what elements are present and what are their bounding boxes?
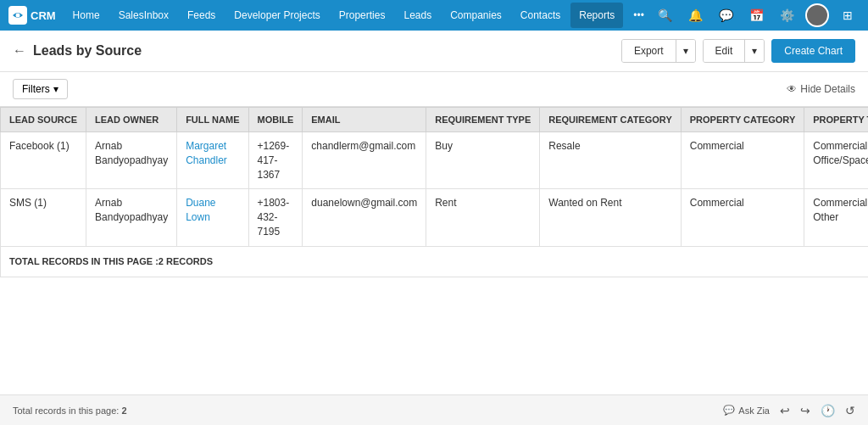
nav-companies[interactable]: Companies	[442, 3, 510, 28]
col-req-type: REQUIREMENT TYPE	[426, 108, 540, 132]
table-container: LEAD SOURCE LEAD OWNER FULL NAME MOBILE …	[0, 107, 868, 394]
svg-point-0	[16, 14, 20, 18]
filter-dropdown-icon: ▾	[53, 83, 58, 95]
cell-prop-category-2: Commercial	[681, 189, 804, 246]
total-records-count: 2	[121, 405, 126, 416]
edit-button[interactable]: Edit	[704, 40, 745, 62]
refresh-icon[interactable]: ↺	[845, 404, 855, 417]
nav-more[interactable]: •••	[625, 3, 653, 28]
calendar-icon[interactable]: 📅	[744, 3, 768, 27]
app-logo[interactable]: CRM	[8, 6, 56, 25]
bottom-right-controls: 💬 Ask Zia ↩ ↪ 🕐 ↺	[723, 404, 855, 417]
total-records-info: Total records in this page: 2	[13, 405, 127, 416]
table-header-row: LEAD SOURCE LEAD OWNER FULL NAME MOBILE …	[1, 108, 869, 132]
cell-full-name-1[interactable]: Margaret Chandler	[177, 132, 248, 189]
bell-icon[interactable]: 🔔	[683, 3, 707, 27]
edit-dropdown-button[interactable]: ▾	[744, 40, 764, 62]
logo-icon	[8, 6, 27, 25]
clock-icon[interactable]: 🕐	[821, 404, 835, 417]
col-prop-type: PROPERTY TYPE	[804, 108, 868, 132]
cell-mobile-2: +1803-432-7195	[248, 189, 303, 246]
col-prop-category: PROPERTY CATEGORY	[681, 108, 804, 132]
cell-req-category-1: Resale	[540, 132, 681, 189]
hide-details-label: Hide Details	[800, 83, 855, 95]
redo-icon[interactable]: ↪	[800, 404, 810, 417]
filter-label: Filters	[22, 83, 50, 95]
cell-req-category-2: Wanted on Rent	[540, 189, 681, 246]
table-row: SMS (1) Arnab Bandyopadhyay Duane Lown +…	[1, 189, 869, 246]
edit-button-group: Edit ▾	[703, 39, 765, 63]
bottom-bar: Total records in this page: 2 💬 Ask Zia …	[0, 394, 868, 425]
user-avatar[interactable]	[805, 3, 829, 27]
nav-items: Home SalesInbox Feeds Developer Projects…	[64, 3, 653, 28]
cell-req-type-2: Rent	[426, 189, 540, 246]
cell-lead-source-2: SMS (1)	[1, 189, 86, 246]
nav-properties[interactable]: Properties	[331, 3, 394, 28]
nav-developer-projects[interactable]: Developer Projects	[225, 3, 328, 28]
main-content: ← Leads by Source Export ▾ Edit ▾ Create…	[0, 31, 868, 394]
app-name: CRM	[31, 9, 56, 22]
col-mobile: MOBILE	[248, 108, 303, 132]
top-navigation: CRM Home SalesInbox Feeds Developer Proj…	[0, 0, 868, 31]
export-button-group: Export ▾	[621, 39, 696, 63]
back-button[interactable]: ←	[13, 43, 26, 59]
cell-lead-source-1: Facebook (1)	[1, 132, 86, 189]
col-req-category: REQUIREMENT CATEGORY	[540, 108, 681, 132]
nav-feeds[interactable]: Feeds	[179, 3, 224, 28]
col-lead-source: LEAD SOURCE	[1, 108, 86, 132]
settings-icon[interactable]: ⚙️	[775, 3, 798, 27]
zia-icon: 💬	[723, 405, 735, 416]
export-button[interactable]: Export	[622, 40, 676, 62]
cell-lead-owner-2: Arnab Bandyopadhyay	[86, 189, 177, 246]
export-dropdown-button[interactable]: ▾	[676, 40, 695, 62]
cell-full-name-2[interactable]: Duane Lown	[177, 189, 248, 246]
full-name-link-2[interactable]: Duane Lown	[186, 197, 215, 223]
col-full-name: FULL NAME	[177, 108, 248, 132]
leads-table: LEAD SOURCE LEAD OWNER FULL NAME MOBILE …	[0, 107, 868, 277]
ask-zia-button[interactable]: 💬 Ask Zia	[723, 405, 770, 416]
col-email: EMAIL	[303, 108, 426, 132]
total-records-label: Total records in this page:	[13, 405, 119, 416]
hide-details-button[interactable]: 👁 Hide Details	[787, 83, 855, 95]
cell-prop-category-1: Commercial	[681, 132, 804, 189]
chat-icon[interactable]: 💬	[714, 3, 737, 27]
total-records-cell: TOTAL RECORDS IN THIS PAGE :2 RECORDS	[1, 246, 869, 277]
ask-zia-label: Ask Zia	[738, 405, 770, 416]
filters-button[interactable]: Filters ▾	[13, 79, 68, 99]
eye-icon: 👁	[787, 83, 797, 95]
create-chart-button[interactable]: Create Chart	[771, 39, 855, 63]
nav-contacts[interactable]: Contacts	[512, 3, 569, 28]
search-icon[interactable]: 🔍	[653, 3, 676, 27]
nav-reports[interactable]: Reports	[570, 3, 623, 28]
col-lead-owner: LEAD OWNER	[86, 108, 177, 132]
cell-email-1: chandlerm@gmail.com	[303, 132, 426, 189]
grid-icon[interactable]: ⊞	[836, 3, 860, 27]
cell-mobile-1: +1269-417-1367	[248, 132, 303, 189]
nav-leads[interactable]: Leads	[395, 3, 440, 28]
full-name-link-1[interactable]: Margaret Chandler	[186, 140, 227, 166]
total-records-row: TOTAL RECORDS IN THIS PAGE :2 RECORDS	[1, 246, 869, 277]
cell-email-2: duanelown@gmail.com	[303, 189, 426, 246]
page-header-right: Export ▾ Edit ▾ Create Chart	[621, 39, 855, 63]
nav-salesinbox[interactable]: SalesInbox	[110, 3, 177, 28]
cell-prop-type-1: Commercial Office/Space	[804, 132, 868, 189]
toolbar: Filters ▾ 👁 Hide Details	[0, 72, 868, 107]
cell-req-type-1: Buy	[426, 132, 540, 189]
page-header: ← Leads by Source Export ▾ Edit ▾ Create…	[0, 31, 868, 72]
page-header-left: ← Leads by Source	[13, 43, 142, 59]
table-row: Facebook (1) Arnab Bandyopadhyay Margare…	[1, 132, 869, 189]
nav-home[interactable]: Home	[64, 3, 108, 28]
page-title: Leads by Source	[33, 43, 142, 59]
cell-lead-owner-1: Arnab Bandyopadhyay	[86, 132, 177, 189]
nav-icons: 🔍 🔔 💬 📅 ⚙️ ⊞	[653, 3, 860, 27]
cell-prop-type-2: Commercial Other	[804, 189, 868, 246]
undo-icon[interactable]: ↩	[780, 404, 790, 417]
